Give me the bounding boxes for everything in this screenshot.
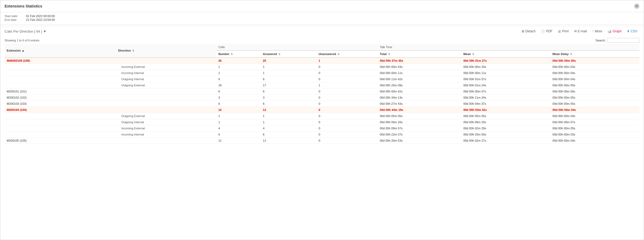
cell-mean: 00d 00h 00m 07s	[461, 88, 550, 95]
cell-total: 00d 00h 00m 42s	[378, 88, 461, 95]
cell-number: 6	[216, 76, 261, 82]
cell-direction	[116, 107, 216, 113]
cell-unanswered: 0	[316, 131, 378, 138]
main-table: Extension ▲ Direction ⇅ Calls Talk Time	[5, 44, 639, 144]
cell-unanswered: 0	[316, 113, 378, 119]
search-label: Search:	[596, 39, 606, 42]
table-row: Incoming Internal66000d 00h 22m 57s00d 0…	[5, 131, 639, 138]
cell-mean: 00d 00h 03m 42s	[461, 107, 550, 113]
col-header-extension[interactable]: Extension ▲	[5, 44, 116, 57]
col-header-unanswered[interactable]: Unanswered ⇅	[316, 51, 378, 57]
pdf-button[interactable]: 📄 PDF	[539, 28, 555, 34]
sort-direction-icon: ⇅	[132, 49, 134, 52]
end-date-label: End date:	[5, 18, 26, 21]
print-icon: 🖨	[558, 29, 561, 33]
graph-icon: 📊	[608, 29, 612, 33]
cell-mean: 00d 00h 02m 29s	[461, 125, 550, 131]
table-row: Incoming External44000d 00h 09m 57s00d 0…	[5, 125, 639, 131]
cell-mean-delay: 00d 00h 00m 06s	[550, 88, 639, 95]
email-icon: ✉	[574, 29, 577, 33]
cell-unanswered: 1	[316, 82, 378, 88]
cell-mean-delay: 00d 00h 00m 05s	[550, 101, 639, 107]
cell-direction	[116, 138, 216, 144]
cell-total: 00d 00h 06m 20s	[378, 119, 461, 125]
cell-mean: 00d 00h 00m 11s	[461, 70, 550, 76]
col-header-answered[interactable]: Answered ⇅	[261, 51, 316, 57]
email-button[interactable]: ✉ E-mail	[572, 28, 589, 34]
cell-number: 1	[216, 70, 261, 76]
cell-direction: Outgoing Internal	[116, 76, 216, 82]
cell-extension	[5, 70, 116, 76]
table-row: 96M200109 (109)2625100d 00h 37m 45s00d 0…	[5, 57, 639, 64]
sort-unanswered-icon: ⇅	[338, 53, 340, 56]
report-toolbar: Calls Per Direction [ 64 ] ▼ ⊞ Detach 📄 …	[0, 26, 644, 36]
cell-mean-delay: 00d 00h 00m 04s	[550, 138, 639, 144]
more-icon: ↑	[592, 29, 594, 33]
search-input[interactable]	[607, 38, 639, 43]
cell-number: 1	[216, 113, 261, 119]
print-button[interactable]: 🖨 Print	[556, 28, 571, 34]
cell-unanswered: 0	[316, 138, 378, 144]
cell-unanswered: 0	[316, 95, 378, 101]
cell-extension	[5, 82, 116, 88]
table-container: Extension ▲ Direction ⇅ Calls Talk Time	[0, 44, 644, 144]
cell-answered: 3	[261, 95, 316, 101]
more-button[interactable]: ↑ More	[590, 28, 604, 34]
cell-mean-delay: 00d 00h 00m 04s	[550, 76, 639, 82]
cell-mean: 00d 00h 01m 57s	[461, 76, 550, 82]
table-row: Outgoing External11000d 00h 05m 05s00d 0…	[5, 113, 639, 119]
cell-answered: 11	[261, 138, 316, 144]
cell-direction: Outgoing External	[116, 82, 216, 88]
cell-number: 1	[216, 64, 261, 70]
graph-button[interactable]: 📊 Graph	[605, 28, 624, 34]
cell-extension	[5, 131, 116, 138]
cell-mean: 00d 00h 02m 27s	[461, 138, 550, 144]
cell-total: 00d 00h 37m 45s	[378, 57, 461, 64]
cell-direction: Incoming External	[116, 64, 216, 70]
cell-mean-delay: 00d 00h 00m 04s	[550, 107, 639, 113]
cell-mean: 00d 00h 01m 27s	[461, 57, 550, 64]
toolbar-actions: ⊞ Detach 📄 PDF 🖨 Print ✉ E-mail ↑ More 📊	[520, 28, 639, 34]
cell-mean: 00d 00h 11m 24s	[461, 95, 550, 101]
sort-meandelay-icon: ⇅	[570, 53, 572, 56]
col-header-total[interactable]: Total ⇅	[378, 51, 461, 57]
sort-extension-icon: ▲	[22, 49, 25, 52]
start-date-label: Start date:	[5, 14, 26, 18]
cell-answered: 1	[261, 119, 316, 125]
detach-button[interactable]: ⊞ Detach	[520, 28, 538, 34]
cell-total: 00d 00h 22m 57s	[378, 131, 461, 138]
cell-answered: 12	[261, 107, 316, 113]
cell-number: 3	[216, 95, 261, 101]
cell-answered: 1	[261, 64, 316, 70]
cell-direction	[116, 101, 216, 107]
cell-total: 00d 00h 44m 19s	[378, 107, 461, 113]
cell-number: 6	[216, 88, 261, 95]
cell-mean: 00d 00h 05m 05s	[461, 113, 550, 119]
cell-extension	[5, 125, 116, 131]
col-header-number[interactable]: Number ⇅	[216, 51, 261, 57]
cell-extension	[5, 113, 116, 119]
csv-button[interactable]: ⬇ CSV	[625, 28, 639, 34]
cell-extension	[5, 119, 116, 125]
cell-unanswered: 0	[316, 125, 378, 131]
cell-total: 00d 00h 27m 43s	[378, 101, 461, 107]
cell-answered: 6	[261, 101, 316, 107]
sort-mean-icon: ⇅	[472, 53, 474, 56]
cell-answered: 6	[261, 88, 316, 95]
cell-mean: 00d 00h 00m 43s	[461, 64, 550, 70]
col-header-mean-delay[interactable]: Mean Delay ⇅	[550, 51, 639, 57]
cell-direction	[116, 88, 216, 95]
start-date-value: 01 Feb 2022 00:00:00	[26, 14, 79, 18]
cell-unanswered: 0	[316, 70, 378, 76]
cell-total: 00d 00h 05m 05s	[378, 113, 461, 119]
cell-answered: 1	[261, 70, 316, 76]
cell-unanswered: 0	[316, 88, 378, 95]
cell-mean-delay: 00d 00h 00m 04s	[550, 70, 639, 76]
col-header-direction[interactable]: Direction ⇅	[116, 44, 216, 57]
cell-direction: Incoming Internal	[116, 70, 216, 76]
cell-direction	[116, 57, 216, 64]
cell-unanswered: 0	[316, 76, 378, 82]
close-button[interactable]: ✕	[634, 3, 639, 9]
report-title: Calls Per Direction [ 64 ] ▼	[5, 29, 47, 33]
col-header-mean[interactable]: Mean ⇅	[461, 51, 550, 57]
